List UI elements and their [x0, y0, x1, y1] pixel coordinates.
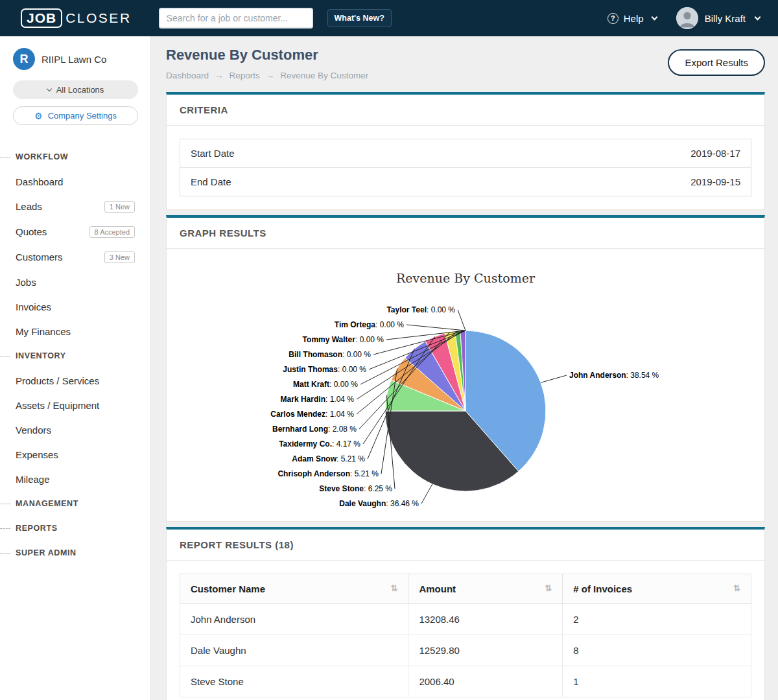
table-cell: 12529.80	[408, 635, 563, 666]
sidebar-item-label: Vendors	[16, 425, 51, 436]
sidebar-item-my-finances[interactable]: My Finances	[0, 319, 150, 344]
help-icon: ?	[607, 13, 619, 24]
table-cell: 2006.40	[408, 666, 563, 697]
logo-job-mark: JOB	[21, 8, 62, 28]
sidebar-item-leads[interactable]: Leads1 New	[0, 194, 150, 219]
sidebar-item-label: Jobs	[16, 277, 36, 288]
count-badge: 8 Accepted	[89, 226, 135, 238]
help-label: Help	[624, 13, 644, 24]
sidebar-item-expenses[interactable]: Expenses	[0, 442, 150, 467]
pie-label-tim-ortega: Tim Ortega: 0.00 %	[335, 320, 404, 329]
sidebar-section-label: REPORTS	[16, 524, 58, 533]
report-card-title: REPORT RESULTS (18)	[167, 530, 764, 561]
sort-header-amount[interactable]: Amount⇅	[408, 574, 563, 604]
sidebar-item-assets-equipment[interactable]: Assets / Equipment	[0, 393, 150, 417]
sidebar-item-quotes[interactable]: Quotes8 Accepted	[0, 219, 150, 244]
sidebar-section-inventory[interactable]: INVENTORY	[0, 344, 150, 368]
breadcrumb-item-dashboard[interactable]: Dashboard	[166, 71, 209, 80]
pie-chart-svg	[167, 262, 765, 521]
column-label: # of Invoices	[573, 583, 632, 594]
sidebar-item-dashboard[interactable]: Dashboard	[0, 169, 150, 194]
table-cell: 1	[563, 666, 751, 697]
chevron-down-icon	[46, 86, 51, 91]
table-cell: Dale Vaughn	[180, 635, 408, 666]
sidebar-section-label: SUPER ADMIN	[16, 548, 77, 557]
sidebar: R RIIPL Lawn Co All Locations ⚙ Company …	[0, 36, 151, 700]
sort-icon: ⇅	[390, 583, 397, 593]
column-label: Customer Name	[191, 583, 265, 594]
criteria-card-title: CRITERIA	[167, 95, 764, 126]
sidebar-section-label: MANAGEMENT	[16, 499, 78, 508]
company-avatar: R	[13, 48, 35, 70]
table-cell: Steve Stone	[180, 666, 408, 697]
sidebar-section-management[interactable]: MANAGEMENT	[0, 491, 150, 516]
pie-chart: Revenue By Customer Taylor Teel: 0.00 %T…	[167, 262, 764, 521]
table-cell: 8	[563, 635, 751, 666]
report-table: Customer Name⇅Amount⇅# of Invoices⇅John …	[180, 574, 751, 697]
user-menu[interactable]: Billy Kraft	[676, 7, 760, 29]
pie-label-dale-vaughn: Dale Vaughn: 36.46 %	[339, 499, 419, 508]
logo-closer-mark: CLOSER	[65, 10, 131, 26]
sidebar-item-invoices[interactable]: Invoices	[0, 294, 150, 319]
pie-label-john-anderson: John Anderson: 38.54 %	[569, 371, 659, 380]
sidebar-item-mileage[interactable]: Mileage	[0, 467, 150, 491]
company-settings-button[interactable]: ⚙ Company Settings	[13, 106, 138, 125]
graph-results-card: GRAPH RESULTS Revenue By Customer Taylor…	[166, 215, 765, 522]
app-logo[interactable]: JOB CLOSER	[21, 8, 132, 28]
sidebar-nav: WORKFLOWDashboardLeads1 NewQuotes8 Accep…	[0, 145, 150, 565]
page-header: Revenue By Customer Dashboard→Reports→Re…	[166, 47, 765, 80]
sidebar-item-jobs[interactable]: Jobs	[0, 270, 150, 294]
sidebar-section-super-admin[interactable]: SUPER ADMIN	[0, 541, 150, 565]
tree-dash-icon	[0, 356, 10, 356]
sidebar-section-reports[interactable]: REPORTS	[0, 516, 150, 541]
export-results-button[interactable]: Export Results	[668, 49, 765, 76]
table-cell: 13208.46	[408, 604, 563, 635]
tree-dash-icon	[0, 553, 10, 554]
company-header: R RIIPL Lawn Co	[0, 48, 150, 70]
pie-label-carlos-mendez: Carlos Mendez: 1.04 %	[270, 410, 354, 419]
criteria-table: Start Date2019-08-17End Date2019-09-15	[180, 139, 751, 196]
sidebar-item-label: Invoices	[16, 301, 51, 312]
sidebar-section-workflow[interactable]: WORKFLOW	[0, 145, 150, 169]
page-title: Revenue By Customer	[166, 47, 368, 64]
main-content: Revenue By Customer Dashboard→Reports→Re…	[151, 36, 778, 700]
pie-label-adam-snow: Adam Snow: 5.21 %	[292, 454, 365, 463]
sidebar-item-label: Leads	[16, 201, 42, 212]
sidebar-item-label: Quotes	[16, 226, 47, 237]
whats-new-button[interactable]: What's New?	[327, 9, 392, 27]
breadcrumb-arrow-icon: →	[266, 71, 275, 80]
pie-label-chrisoph-anderson: Chrisoph Anderson: 5.21 %	[277, 469, 379, 478]
pie-label-line	[407, 325, 466, 331]
pie-label-justin-thomas: Justin Thomas: 0.00 %	[283, 365, 366, 374]
graph-card-title: GRAPH RESULTS	[167, 218, 764, 249]
sort-icon: ⇅	[545, 583, 552, 593]
criteria-row: Start Date2019-08-17	[180, 139, 751, 168]
sidebar-item-products-services[interactable]: Products / Services	[0, 368, 150, 393]
tree-dash-icon	[0, 157, 10, 158]
sort-header-customer-name[interactable]: Customer Name⇅	[180, 574, 408, 604]
breadcrumb-item-reports[interactable]: Reports	[230, 71, 260, 80]
locations-label: All Locations	[56, 85, 104, 95]
chevron-down-icon	[755, 14, 761, 20]
sidebar-item-vendors[interactable]: Vendors	[0, 417, 150, 442]
chevron-down-icon	[651, 14, 657, 20]
breadcrumb-arrow-icon: →	[215, 71, 224, 80]
gear-icon: ⚙	[34, 111, 43, 121]
global-search-input[interactable]	[159, 8, 313, 29]
pie-label-bernhard-long: Bernhard Long: 2.08 %	[272, 425, 357, 434]
avatar	[676, 7, 698, 29]
criteria-label: End Date	[180, 168, 453, 196]
sidebar-item-label: Customers	[16, 251, 63, 262]
criteria-row: End Date2019-09-15	[180, 168, 751, 196]
pie-label-taylor-teel: Taylor Teel: 0.00 %	[386, 305, 455, 314]
settings-label: Company Settings	[48, 111, 117, 121]
help-menu[interactable]: ? Help	[607, 13, 657, 24]
tree-dash-icon	[0, 504, 10, 504]
sort-header-of-invoices[interactable]: # of Invoices⇅	[563, 574, 751, 604]
all-locations-dropdown[interactable]: All Locations	[13, 80, 138, 99]
sidebar-item-customers[interactable]: Customers3 New	[0, 244, 150, 270]
sidebar-item-label: Dashboard	[16, 176, 63, 187]
breadcrumb-item-revenue-by-customer[interactable]: Revenue By Customer	[280, 71, 368, 80]
table-row: Dale Vaughn12529.808	[180, 635, 751, 666]
table-cell: John Anderson	[180, 604, 408, 635]
